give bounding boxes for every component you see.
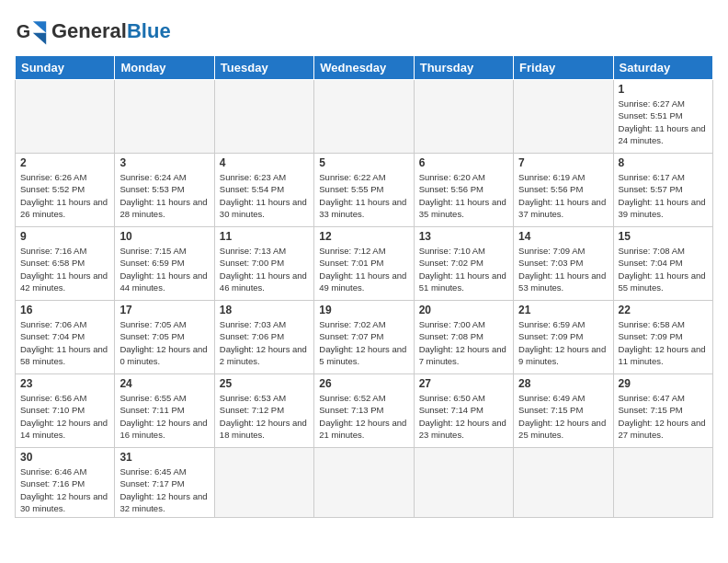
day-info: Sunrise: 6:52 AM Sunset: 7:13 PM Dayligh… — [319, 392, 408, 441]
calendar-cell — [214, 448, 313, 518]
calendar-cell — [414, 448, 513, 518]
day-info: Sunrise: 6:49 AM Sunset: 7:15 PM Dayligh… — [518, 392, 608, 441]
day-info: Sunrise: 7:00 AM Sunset: 7:08 PM Dayligh… — [419, 318, 508, 367]
col-header-monday: Monday — [115, 56, 214, 80]
calendar-cell: 18Sunrise: 7:03 AM Sunset: 7:06 PM Dayli… — [214, 301, 313, 374]
day-number: 27 — [419, 377, 508, 390]
calendar-week-4: 16Sunrise: 7:06 AM Sunset: 7:04 PM Dayli… — [16, 301, 713, 374]
calendar-cell: 5Sunrise: 6:22 AM Sunset: 5:55 PM Daylig… — [314, 154, 414, 227]
calendar-cell: 24Sunrise: 6:55 AM Sunset: 7:11 PM Dayli… — [115, 374, 214, 448]
calendar-cell: 7Sunrise: 6:19 AM Sunset: 5:56 PM Daylig… — [514, 154, 613, 227]
calendar-week-1: 1Sunrise: 6:27 AM Sunset: 5:51 PM Daylig… — [16, 80, 713, 154]
day-info: Sunrise: 7:03 AM Sunset: 7:06 PM Dayligh… — [220, 318, 309, 367]
day-number: 25 — [220, 377, 309, 390]
calendar-week-3: 9Sunrise: 7:16 AM Sunset: 6:58 PM Daylig… — [16, 227, 713, 301]
calendar-cell: 10Sunrise: 7:15 AM Sunset: 6:59 PM Dayli… — [115, 227, 214, 301]
calendar-cell: 6Sunrise: 6:20 AM Sunset: 5:56 PM Daylig… — [414, 154, 513, 227]
day-info: Sunrise: 6:56 AM Sunset: 7:10 PM Dayligh… — [20, 392, 109, 441]
day-info: Sunrise: 7:08 AM Sunset: 7:04 PM Dayligh… — [619, 245, 708, 293]
calendar-cell: 13Sunrise: 7:10 AM Sunset: 7:02 PM Dayli… — [414, 227, 513, 301]
calendar-cell: 8Sunrise: 6:17 AM Sunset: 5:57 PM Daylig… — [613, 154, 712, 227]
day-number: 29 — [619, 377, 708, 390]
day-info: Sunrise: 6:17 AM Sunset: 5:57 PM Dayligh… — [619, 171, 708, 220]
calendar-cell: 26Sunrise: 6:52 AM Sunset: 7:13 PM Dayli… — [314, 374, 414, 448]
day-info: Sunrise: 6:24 AM Sunset: 5:53 PM Dayligh… — [119, 171, 209, 220]
day-number: 12 — [319, 230, 408, 243]
calendar-cell: 9Sunrise: 7:16 AM Sunset: 6:58 PM Daylig… — [16, 227, 115, 301]
calendar-cell: 29Sunrise: 6:47 AM Sunset: 7:15 PM Dayli… — [613, 374, 712, 448]
day-number: 23 — [20, 377, 109, 390]
day-number: 9 — [20, 230, 109, 243]
calendar-cell: 4Sunrise: 6:23 AM Sunset: 5:54 PM Daylig… — [214, 154, 313, 227]
svg-marker-1 — [33, 21, 46, 33]
day-number: 13 — [419, 230, 508, 243]
day-info: Sunrise: 7:02 AM Sunset: 7:07 PM Dayligh… — [319, 318, 408, 367]
day-number: 31 — [119, 451, 209, 464]
calendar-cell: 22Sunrise: 6:58 AM Sunset: 7:09 PM Dayli… — [613, 301, 712, 374]
calendar-week-5: 23Sunrise: 6:56 AM Sunset: 7:10 PM Dayli… — [16, 374, 713, 448]
calendar-cell: 31Sunrise: 6:45 AM Sunset: 7:17 PM Dayli… — [115, 448, 214, 518]
day-number: 16 — [20, 304, 109, 316]
day-info: Sunrise: 7:16 AM Sunset: 6:58 PM Dayligh… — [20, 245, 109, 293]
calendar-cell: 3Sunrise: 6:24 AM Sunset: 5:53 PM Daylig… — [115, 154, 214, 227]
day-info: Sunrise: 6:45 AM Sunset: 7:17 PM Dayligh… — [119, 465, 209, 514]
day-number: 24 — [119, 377, 209, 390]
calendar-cell: 23Sunrise: 6:56 AM Sunset: 7:10 PM Dayli… — [16, 374, 115, 448]
col-header-thursday: Thursday — [414, 56, 513, 80]
day-number: 20 — [419, 304, 508, 316]
calendar-cell: 17Sunrise: 7:05 AM Sunset: 7:05 PM Dayli… — [115, 301, 214, 374]
calendar-cell — [514, 80, 613, 154]
col-header-wednesday: Wednesday — [314, 56, 414, 80]
day-info: Sunrise: 7:15 AM Sunset: 6:59 PM Dayligh… — [119, 245, 209, 293]
col-header-saturday: Saturday — [613, 56, 712, 80]
calendar-table: SundayMondayTuesdayWednesdayThursdayFrid… — [15, 55, 713, 518]
day-number: 5 — [319, 156, 408, 169]
calendar-cell — [613, 448, 712, 518]
day-info: Sunrise: 6:53 AM Sunset: 7:12 PM Dayligh… — [220, 392, 309, 441]
calendar-cell — [16, 80, 115, 154]
day-info: Sunrise: 7:09 AM Sunset: 7:03 PM Dayligh… — [518, 245, 608, 293]
day-info: Sunrise: 6:58 AM Sunset: 7:09 PM Dayligh… — [619, 318, 708, 367]
col-header-tuesday: Tuesday — [214, 56, 313, 80]
calendar-cell — [214, 80, 313, 154]
day-number: 18 — [220, 304, 309, 316]
calendar-cell: 16Sunrise: 7:06 AM Sunset: 7:04 PM Dayli… — [16, 301, 115, 374]
day-info: Sunrise: 6:50 AM Sunset: 7:14 PM Dayligh… — [419, 392, 508, 441]
day-info: Sunrise: 6:26 AM Sunset: 5:52 PM Dayligh… — [20, 171, 109, 220]
day-number: 26 — [319, 377, 408, 390]
day-info: Sunrise: 6:22 AM Sunset: 5:55 PM Dayligh… — [319, 171, 408, 220]
calendar-cell — [514, 448, 613, 518]
logo: G GeneralBlue — [15, 15, 171, 48]
day-number: 15 — [619, 230, 708, 243]
calendar-cell: 11Sunrise: 7:13 AM Sunset: 7:00 PM Dayli… — [214, 227, 313, 301]
calendar-cell: 28Sunrise: 6:49 AM Sunset: 7:15 PM Dayli… — [514, 374, 613, 448]
day-info: Sunrise: 7:06 AM Sunset: 7:04 PM Dayligh… — [20, 318, 109, 367]
day-info: Sunrise: 6:27 AM Sunset: 5:51 PM Dayligh… — [619, 98, 708, 146]
day-info: Sunrise: 6:23 AM Sunset: 5:54 PM Dayligh… — [220, 171, 309, 220]
calendar-week-6: 30Sunrise: 6:46 AM Sunset: 7:16 PM Dayli… — [16, 448, 713, 518]
calendar-header-row: SundayMondayTuesdayWednesdayThursdayFrid… — [16, 56, 713, 80]
day-number: 19 — [319, 304, 408, 316]
day-number: 3 — [119, 156, 209, 169]
svg-marker-2 — [33, 33, 46, 45]
day-number: 4 — [220, 156, 309, 169]
day-number: 7 — [518, 156, 608, 169]
calendar-cell: 27Sunrise: 6:50 AM Sunset: 7:14 PM Dayli… — [414, 374, 513, 448]
day-info: Sunrise: 7:10 AM Sunset: 7:02 PM Dayligh… — [419, 245, 508, 293]
calendar-cell — [115, 80, 214, 154]
day-info: Sunrise: 6:59 AM Sunset: 7:09 PM Dayligh… — [518, 318, 608, 367]
day-number: 22 — [619, 304, 708, 316]
logo-icon: G — [15, 15, 48, 48]
logo-text: GeneralBlue — [51, 21, 171, 41]
calendar-week-2: 2Sunrise: 6:26 AM Sunset: 5:52 PM Daylig… — [16, 154, 713, 227]
day-number: 17 — [119, 304, 209, 316]
day-number: 8 — [619, 156, 708, 169]
calendar-cell: 2Sunrise: 6:26 AM Sunset: 5:52 PM Daylig… — [16, 154, 115, 227]
page-header: G GeneralBlue — [15, 15, 713, 48]
calendar-cell — [414, 80, 513, 154]
day-info: Sunrise: 6:46 AM Sunset: 7:16 PM Dayligh… — [20, 465, 109, 514]
day-info: Sunrise: 7:05 AM Sunset: 7:05 PM Dayligh… — [119, 318, 209, 367]
calendar-cell — [314, 80, 414, 154]
day-number: 28 — [518, 377, 608, 390]
col-header-friday: Friday — [514, 56, 613, 80]
